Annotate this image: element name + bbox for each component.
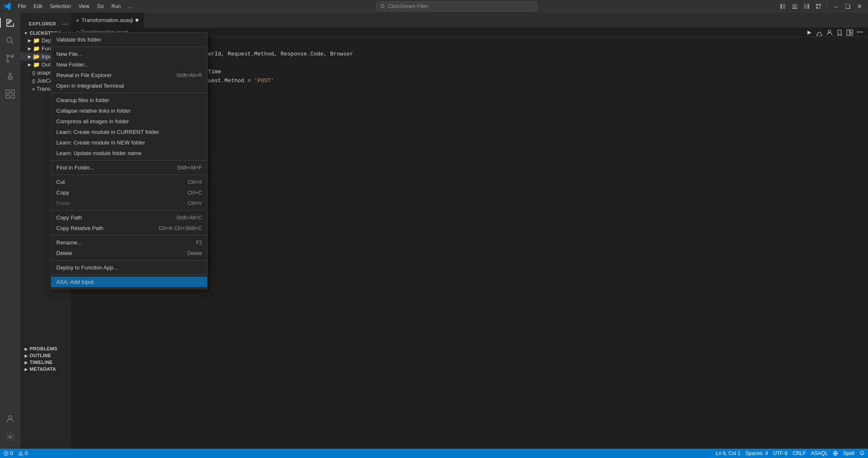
titlebar-search: ClickStream-Filter xyxy=(139,2,774,11)
status-language[interactable]: ASAQL xyxy=(811,450,828,456)
svg-point-14 xyxy=(7,55,9,57)
ctx-separator xyxy=(51,275,207,275)
toggle-primary-sidebar[interactable] xyxy=(778,2,788,11)
activity-account[interactable] xyxy=(2,411,19,427)
menu-go[interactable]: Go xyxy=(94,3,107,10)
run-icon[interactable] xyxy=(806,29,813,36)
activity-bottom xyxy=(2,411,19,449)
ctx-copy[interactable]: Copy Ctrl+C xyxy=(51,187,207,198)
panel-timeline[interactable]: ▶ TIMELINE xyxy=(20,359,71,366)
ctx-cleanup-files[interactable]: Cleanup files in folder xyxy=(51,95,207,105)
folder-icon: 📂 xyxy=(33,53,40,60)
ctx-collapse-links[interactable]: Collapse relative links in folder xyxy=(51,105,207,116)
ctx-copy-path[interactable]: Copy Path Shift+Alt+C xyxy=(51,212,207,223)
status-spaces[interactable]: Spaces: 4 xyxy=(746,450,768,456)
svg-rect-20 xyxy=(6,95,9,98)
position-label: Ln 6, Col 1 xyxy=(716,450,741,456)
ctx-cut[interactable]: Cut Ctrl+X xyxy=(51,177,207,187)
ctx-copy-relative-path[interactable]: Copy Relative Path Ctrl+K Ctrl+Shift+C xyxy=(51,223,207,233)
more-actions-icon[interactable]: ··· xyxy=(857,28,863,37)
folder-arrow-icon: ▶ xyxy=(28,38,31,43)
ctx-delete[interactable]: Delete Delete xyxy=(51,248,207,258)
toggle-secondary-sidebar[interactable] xyxy=(802,2,812,11)
ctx-deploy-function-app[interactable]: Deploy to Function App... xyxy=(51,262,207,273)
menu-file[interactable]: File xyxy=(14,3,29,10)
ctx-rename[interactable]: Rename... F2 xyxy=(51,237,207,248)
ctx-compress-images[interactable]: Compress all images in folder xyxy=(51,116,207,127)
folder-icon: 📁 xyxy=(33,37,40,44)
activity-extensions[interactable] xyxy=(2,86,19,103)
file-icon: {} xyxy=(32,70,35,75)
ctx-item-shortcut: F2 xyxy=(196,240,202,246)
tab-transformation[interactable]: ≡ Transformation.asaql xyxy=(71,13,144,28)
ctx-item-label: ASA: Add Input xyxy=(56,279,94,285)
ctx-asa-add-input[interactable]: ASA: Add Input xyxy=(51,277,207,287)
status-bell[interactable] xyxy=(860,450,865,456)
status-warnings[interactable]: ! 0 xyxy=(18,450,28,456)
close-button[interactable]: ✕ xyxy=(854,2,865,11)
ctx-item-label: Deploy to Function App... xyxy=(56,264,118,271)
restore-button[interactable]: ❑ xyxy=(843,2,853,11)
svg-rect-10 xyxy=(816,7,818,9)
ctx-validate-folder[interactable]: Validate this folder xyxy=(51,34,207,45)
activity-source-control[interactable] xyxy=(2,50,19,67)
svg-point-15 xyxy=(7,60,9,62)
panel-label: PROBLEMS xyxy=(30,346,58,351)
sidebar-more-button[interactable]: ... xyxy=(62,19,68,26)
panel-problems[interactable]: ▶ PROBLEMS xyxy=(20,345,71,352)
activity-explorer[interactable] xyxy=(2,14,19,31)
ctx-new-file[interactable]: New File... xyxy=(51,49,207,59)
toggle-panel[interactable] xyxy=(790,2,800,11)
menu-view[interactable]: View xyxy=(75,3,93,10)
activity-search[interactable] xyxy=(2,32,19,49)
activity-settings[interactable] xyxy=(2,428,19,445)
ctx-item-shortcut: Ctrl+K Ctrl+Shift+C xyxy=(159,225,202,231)
customize-layout[interactable] xyxy=(813,2,824,11)
ctx-open-terminal[interactable]: Open in Integrated Terminal xyxy=(51,80,207,91)
menu-more[interactable]: ... xyxy=(125,3,136,10)
menu-selection[interactable]: Selection xyxy=(47,3,74,10)
status-spell[interactable]: Spell xyxy=(843,450,854,456)
status-eol[interactable]: CRLF xyxy=(793,450,806,456)
ctx-learn-current-folder[interactable]: Learn: Create module in CURRENT folder xyxy=(51,127,207,137)
editor-actions: ··· xyxy=(806,28,863,37)
ctx-find-in-folder[interactable]: Find in Folder... Shift+Alt+F xyxy=(51,162,207,173)
minimize-button[interactable]: – xyxy=(831,2,841,11)
ctx-learn-update-folder[interactable]: Learn: Update module folder name xyxy=(51,148,207,158)
panel-metadata[interactable]: ▶ METADATA xyxy=(20,366,71,372)
ctx-item-label: Rename... xyxy=(56,239,82,246)
activity-run-debug[interactable] xyxy=(2,68,19,85)
panel-arrow-icon: ▶ xyxy=(25,360,28,365)
status-encoding[interactable]: UTF-8 xyxy=(773,450,788,456)
svg-rect-6 xyxy=(804,4,807,9)
status-errors[interactable]: ✕ 0 xyxy=(3,450,13,456)
layout-icon[interactable] xyxy=(846,29,853,36)
panel-outline[interactable]: ▶ OUTLINE xyxy=(20,352,71,359)
person-icon[interactable] xyxy=(826,29,833,36)
svg-rect-18 xyxy=(6,90,9,93)
svg-point-12 xyxy=(7,37,12,42)
search-input-label: ClickStream-Filter xyxy=(388,3,428,9)
ctx-item-label: Validate this folder xyxy=(56,36,101,43)
ctx-separator xyxy=(51,260,207,261)
ctx-new-folder[interactable]: New Folder... xyxy=(51,59,207,70)
bookmark-icon[interactable] xyxy=(836,29,843,36)
sidebar-item-label: Trans xyxy=(36,86,50,92)
file-icon: {} xyxy=(32,78,35,83)
status-position[interactable]: Ln 6, Col 1 xyxy=(716,450,741,456)
menu-edit[interactable]: Edit xyxy=(30,3,46,10)
ctx-separator xyxy=(51,210,207,211)
status-globe[interactable] xyxy=(833,450,838,456)
ctx-item-label: Delete xyxy=(56,250,72,256)
menu-run[interactable]: Run xyxy=(108,3,124,10)
search-box[interactable]: ClickStream-Filter xyxy=(376,2,537,11)
cloud-icon[interactable] xyxy=(816,29,823,36)
language-label: ASAQL xyxy=(811,450,828,456)
ctx-learn-new-folder[interactable]: Learn: Create module in NEW folder xyxy=(51,137,207,148)
ctx-item-shortcut: Ctrl+X xyxy=(188,179,202,185)
ctx-reveal-explorer[interactable]: Reveal in File Explorer Shift+Alt+R xyxy=(51,70,207,80)
ctx-item-label: Learn: Create module in CURRENT folder xyxy=(56,129,159,135)
tab-label: Transformation.asaql xyxy=(81,17,133,23)
ctx-separator xyxy=(51,175,207,175)
svg-point-16 xyxy=(12,55,14,57)
